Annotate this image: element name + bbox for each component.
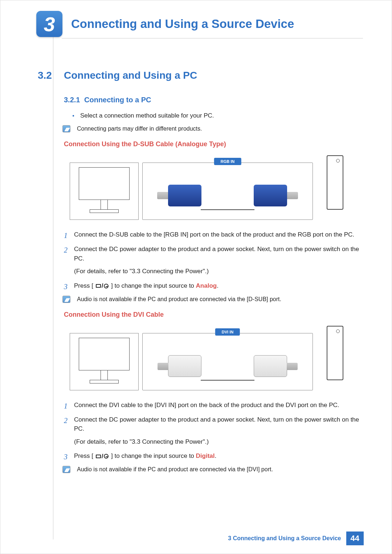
pc-tower-icon xyxy=(327,155,343,210)
page-number-badge: 44 xyxy=(346,532,364,545)
dvi-connector-icon xyxy=(254,355,287,377)
vga-connector-icon xyxy=(254,185,287,206)
cable-wire-icon xyxy=(201,209,254,210)
chapter-number-badge: 3 xyxy=(36,11,62,37)
cable-box: RGB IN xyxy=(142,163,313,220)
chapter-title: Connecting and Using a Source Device xyxy=(71,17,294,31)
dvi-connector-icon xyxy=(168,355,201,377)
page-footer: 3 Connecting and Using a Source Device 4… xyxy=(0,532,392,545)
port-label-rgb-in: RGB IN xyxy=(214,158,241,165)
left-margin-line xyxy=(53,11,53,539)
note-icon xyxy=(62,296,70,303)
chapter-header: 3 Connecting and Using a Source Device xyxy=(0,0,392,37)
port-label-dvi-in: DVI IN xyxy=(215,328,240,336)
page-border xyxy=(0,0,392,554)
dsub-diagram: RGB IN xyxy=(70,155,346,223)
note-icon xyxy=(62,466,70,473)
vga-connector-icon xyxy=(168,185,201,206)
cable-wire-icon xyxy=(201,380,254,381)
note-icon xyxy=(62,125,70,132)
cable-box: DVI IN xyxy=(142,333,313,390)
pc-tower-icon xyxy=(327,326,343,380)
footer-chapter-title: 3 Connecting and Using a Source Device xyxy=(228,535,341,542)
header-underline xyxy=(62,38,363,38)
monitor-icon xyxy=(70,333,139,390)
monitor-icon xyxy=(70,163,139,220)
dvi-diagram: DVI IN xyxy=(70,326,346,394)
